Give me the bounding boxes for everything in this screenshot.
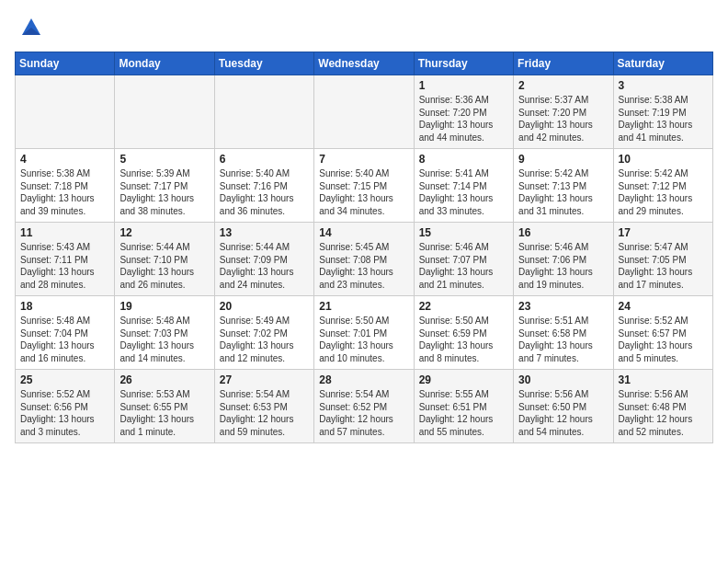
day-info: Sunrise: 5:44 AM Sunset: 7:09 PM Dayligh… — [220, 241, 309, 291]
day-info: Sunrise: 5:40 AM Sunset: 7:15 PM Dayligh… — [319, 167, 408, 217]
day-info: Sunrise: 5:52 AM Sunset: 6:56 PM Dayligh… — [20, 388, 109, 438]
day-info: Sunrise: 5:42 AM Sunset: 7:12 PM Dayligh… — [619, 167, 708, 217]
day-info: Sunrise: 5:51 AM Sunset: 6:58 PM Dayligh… — [518, 315, 608, 364]
day-info: Sunrise: 5:54 AM Sunset: 6:53 PM Dayligh… — [220, 388, 309, 438]
day-cell: 2Sunrise: 5:37 AM Sunset: 7:20 PM Daylig… — [514, 75, 613, 149]
day-info: Sunrise: 5:44 AM Sunset: 7:10 PM Dayligh… — [119, 241, 209, 291]
day-number: 21 — [319, 300, 408, 313]
day-number: 7 — [319, 153, 408, 166]
logo-icon — [18, 15, 44, 40]
week-row-0: 1Sunrise: 5:36 AM Sunset: 7:20 PM Daylig… — [16, 75, 713, 149]
day-number: 15 — [419, 226, 508, 239]
day-cell: 30Sunrise: 5:56 AM Sunset: 6:50 PM Dayli… — [514, 370, 613, 443]
day-info: Sunrise: 5:48 AM Sunset: 7:04 PM Dayligh… — [20, 315, 109, 364]
day-number: 24 — [619, 300, 708, 313]
day-cell: 6Sunrise: 5:40 AM Sunset: 7:16 PM Daylig… — [214, 149, 313, 223]
day-cell: 24Sunrise: 5:52 AM Sunset: 6:57 PM Dayli… — [613, 296, 712, 370]
day-cell: 21Sunrise: 5:50 AM Sunset: 7:01 PM Dayli… — [314, 296, 414, 370]
day-cell: 29Sunrise: 5:55 AM Sunset: 6:51 PM Dayli… — [414, 370, 513, 443]
day-info: Sunrise: 5:52 AM Sunset: 6:57 PM Dayligh… — [619, 315, 708, 364]
day-cell — [115, 75, 214, 149]
day-number: 20 — [220, 300, 309, 313]
day-cell: 31Sunrise: 5:56 AM Sunset: 6:48 PM Dayli… — [613, 370, 712, 443]
day-number: 30 — [518, 373, 608, 386]
day-number: 14 — [319, 226, 408, 239]
day-number: 31 — [619, 373, 708, 386]
day-info: Sunrise: 5:48 AM Sunset: 7:03 PM Dayligh… — [119, 315, 209, 364]
week-row-2: 11Sunrise: 5:43 AM Sunset: 7:11 PM Dayli… — [16, 223, 713, 296]
day-cell: 19Sunrise: 5:48 AM Sunset: 7:03 PM Dayli… — [115, 296, 214, 370]
day-cell: 26Sunrise: 5:53 AM Sunset: 6:55 PM Dayli… — [115, 370, 214, 443]
day-number: 17 — [619, 226, 708, 239]
week-row-1: 4Sunrise: 5:38 AM Sunset: 7:18 PM Daylig… — [16, 149, 713, 223]
day-info: Sunrise: 5:38 AM Sunset: 7:19 PM Dayligh… — [619, 94, 708, 144]
logo — [15, 15, 44, 40]
day-info: Sunrise: 5:39 AM Sunset: 7:17 PM Dayligh… — [119, 167, 209, 217]
day-number: 5 — [119, 153, 209, 166]
day-number: 18 — [20, 300, 109, 313]
day-cell: 16Sunrise: 5:46 AM Sunset: 7:06 PM Dayli… — [514, 223, 613, 296]
day-number: 28 — [319, 373, 408, 386]
day-info: Sunrise: 5:54 AM Sunset: 6:52 PM Dayligh… — [319, 388, 408, 438]
header-saturday: Saturday — [613, 52, 712, 75]
day-info: Sunrise: 5:50 AM Sunset: 7:01 PM Dayligh… — [319, 315, 408, 364]
day-info: Sunrise: 5:43 AM Sunset: 7:11 PM Dayligh… — [20, 241, 109, 291]
header-friday: Friday — [514, 52, 613, 75]
day-cell: 7Sunrise: 5:40 AM Sunset: 7:15 PM Daylig… — [314, 149, 414, 223]
day-info: Sunrise: 5:36 AM Sunset: 7:20 PM Dayligh… — [419, 94, 508, 144]
day-cell: 3Sunrise: 5:38 AM Sunset: 7:19 PM Daylig… — [613, 75, 712, 149]
header-sunday: Sunday — [16, 52, 115, 75]
day-info: Sunrise: 5:45 AM Sunset: 7:08 PM Dayligh… — [319, 241, 408, 291]
day-cell: 13Sunrise: 5:44 AM Sunset: 7:09 PM Dayli… — [214, 223, 313, 296]
day-number: 16 — [518, 226, 608, 239]
day-cell: 27Sunrise: 5:54 AM Sunset: 6:53 PM Dayli… — [214, 370, 313, 443]
day-cell: 18Sunrise: 5:48 AM Sunset: 7:04 PM Dayli… — [16, 296, 115, 370]
day-info: Sunrise: 5:49 AM Sunset: 7:02 PM Dayligh… — [220, 315, 309, 364]
day-number: 13 — [220, 226, 309, 239]
calendar-header: SundayMondayTuesdayWednesdayThursdayFrid… — [16, 52, 713, 75]
day-cell: 1Sunrise: 5:36 AM Sunset: 7:20 PM Daylig… — [414, 75, 513, 149]
day-info: Sunrise: 5:56 AM Sunset: 6:48 PM Dayligh… — [619, 388, 708, 438]
day-number: 2 — [518, 79, 608, 92]
day-number: 26 — [119, 373, 209, 386]
day-cell: 28Sunrise: 5:54 AM Sunset: 6:52 PM Dayli… — [314, 370, 414, 443]
day-number: 6 — [220, 153, 309, 166]
header-thursday: Thursday — [414, 52, 513, 75]
day-cell: 15Sunrise: 5:46 AM Sunset: 7:07 PM Dayli… — [414, 223, 513, 296]
day-cell: 9Sunrise: 5:42 AM Sunset: 7:13 PM Daylig… — [514, 149, 613, 223]
day-info: Sunrise: 5:46 AM Sunset: 7:07 PM Dayligh… — [419, 241, 508, 291]
week-row-3: 18Sunrise: 5:48 AM Sunset: 7:04 PM Dayli… — [16, 296, 713, 370]
day-number: 11 — [20, 226, 109, 239]
day-info: Sunrise: 5:38 AM Sunset: 7:18 PM Dayligh… — [20, 167, 109, 217]
day-info: Sunrise: 5:47 AM Sunset: 7:05 PM Dayligh… — [619, 241, 708, 291]
day-info: Sunrise: 5:50 AM Sunset: 6:59 PM Dayligh… — [419, 315, 508, 364]
day-cell: 11Sunrise: 5:43 AM Sunset: 7:11 PM Dayli… — [16, 223, 115, 296]
day-info: Sunrise: 5:42 AM Sunset: 7:13 PM Dayligh… — [518, 167, 608, 217]
header-monday: Monday — [115, 52, 214, 75]
header-row: SundayMondayTuesdayWednesdayThursdayFrid… — [16, 52, 713, 75]
day-info: Sunrise: 5:56 AM Sunset: 6:50 PM Dayligh… — [518, 388, 608, 438]
day-cell: 20Sunrise: 5:49 AM Sunset: 7:02 PM Dayli… — [214, 296, 313, 370]
day-cell — [214, 75, 313, 149]
day-info: Sunrise: 5:53 AM Sunset: 6:55 PM Dayligh… — [119, 388, 209, 438]
day-cell: 17Sunrise: 5:47 AM Sunset: 7:05 PM Dayli… — [613, 223, 712, 296]
week-row-4: 25Sunrise: 5:52 AM Sunset: 6:56 PM Dayli… — [16, 370, 713, 443]
header-tuesday: Tuesday — [214, 52, 313, 75]
day-number: 12 — [119, 226, 209, 239]
day-number: 9 — [518, 153, 608, 166]
day-number: 4 — [20, 153, 109, 166]
day-cell — [16, 75, 115, 149]
day-cell: 14Sunrise: 5:45 AM Sunset: 7:08 PM Dayli… — [314, 223, 414, 296]
day-cell: 12Sunrise: 5:44 AM Sunset: 7:10 PM Dayli… — [115, 223, 214, 296]
day-cell: 23Sunrise: 5:51 AM Sunset: 6:58 PM Dayli… — [514, 296, 613, 370]
day-number: 29 — [419, 373, 508, 386]
day-number: 22 — [419, 300, 508, 313]
calendar-body: 1Sunrise: 5:36 AM Sunset: 7:20 PM Daylig… — [16, 75, 713, 443]
day-number: 23 — [518, 300, 608, 313]
day-cell: 25Sunrise: 5:52 AM Sunset: 6:56 PM Dayli… — [16, 370, 115, 443]
calendar: SundayMondayTuesdayWednesdayThursdayFrid… — [15, 52, 713, 443]
day-number: 8 — [419, 153, 508, 166]
day-info: Sunrise: 5:41 AM Sunset: 7:14 PM Dayligh… — [419, 167, 508, 217]
day-cell — [314, 75, 414, 149]
day-cell: 5Sunrise: 5:39 AM Sunset: 7:17 PM Daylig… — [115, 149, 214, 223]
